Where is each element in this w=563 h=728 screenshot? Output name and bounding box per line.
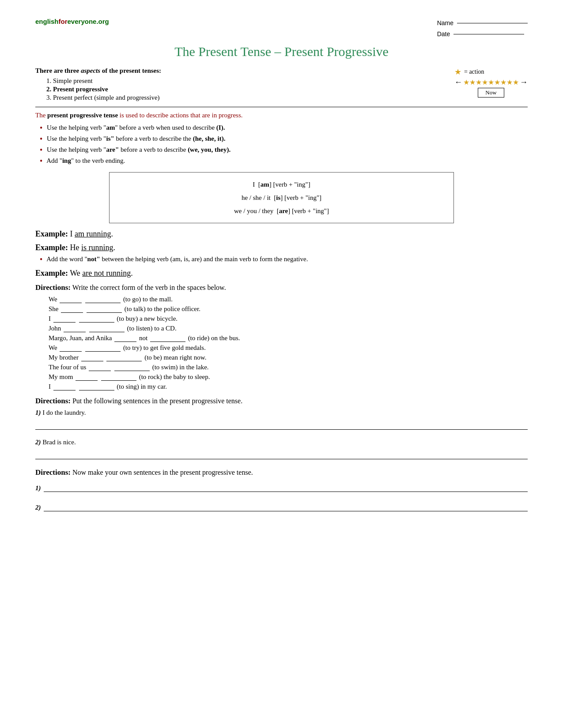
stars-line: ★ ★ ★ ★ ★ ★ ★ ★ ★ [463,78,519,86]
pp-term: present progressive tense [47,112,118,119]
ex2-2-text: Brad is nice. [42,439,76,446]
arrow-left-icon: ← [454,78,462,87]
weyouthey-bold: (we, you, they). [188,146,230,153]
blank-10b[interactable] [79,390,114,390]
formula-line-3: we / you / they [are] [verb + "ing"] [118,204,445,218]
pp-description: The present progressive tense is used to… [35,112,528,119]
blank-4a[interactable] [64,332,86,332]
blank-3a[interactable] [53,322,76,323]
exercise-1-10: I (to sing) in my car. [49,383,528,390]
exercise-1-8: The four of us (to swim) in the lake. [49,364,528,371]
exercise-1-6: We (to try) to get five gold medals. [49,344,528,352]
hesheit-bold: (he, she, it). [193,135,226,142]
aspect-2: Present progressive [53,86,321,93]
blank-9a[interactable] [76,380,98,381]
star-icon: ★ [454,67,461,77]
ex2-2-num: 2) [35,439,41,446]
content-wrapper: ★ = action ← ★ ★ ★ ★ ★ ★ ★ ★ ★ → Now The… [35,67,528,101]
write-line-2-2[interactable] [35,449,528,459]
blank-8b[interactable] [114,371,150,371]
formula-line-1: I [am] [verb + "ing"] [118,178,445,191]
bullet-ing: Add "ing" to the verb ending. [40,157,528,166]
blank-6a[interactable] [60,351,82,352]
are-bold: are" [106,146,119,153]
blank-4b[interactable] [89,332,125,332]
exercise-1-9: My mom (to rock) the baby to sleep. [49,373,528,381]
arrow-right-icon: → [520,78,528,87]
name-date-block: Name Date [437,18,528,40]
site-everyone: everyone [68,18,97,25]
exercise-list-1: We (to go) to the mall. She (to talk) to… [49,296,528,390]
exercise-1-7: My brother (to be) mean right now. [49,354,528,361]
directions-1-text: Write the correct form of the verb in th… [72,284,226,291]
star8: ★ [506,78,513,86]
directions-2-text: Put the following sentences in the prese… [72,397,242,405]
negative-bullet: Add the word "not" between the helping v… [40,255,528,264]
is-formula: is [276,194,280,201]
date-field[interactable] [453,34,524,34]
bullet-are: Use the helping verb "are" before a verb… [40,146,528,155]
are-formula: are [279,207,288,214]
write-line-2-1[interactable] [35,419,528,430]
diagram-legend: ★ = action [454,67,528,77]
main-content: There are three aspects of the present t… [35,67,321,101]
I-bold: (I). [216,124,225,131]
timeline-diagram: ★ = action ← ★ ★ ★ ★ ★ ★ ★ ★ ★ → Now [454,67,528,98]
blank-9b[interactable] [101,380,136,381]
directions-2-label: Directions: [35,397,71,405]
pp-desc-rest: is used to describe actions that are in … [120,112,243,119]
exercise-3-2: 2) [35,501,528,511]
bullet-am: Use the helping verb "am" before a verb … [40,124,528,133]
star6: ★ [494,78,500,86]
directions-3-text: Now make your own sentences in the prese… [72,469,253,476]
negative-example-label: Example: [35,269,68,278]
own-line-3-1[interactable] [44,481,528,492]
site-english: english [35,18,59,25]
am-formula: am [261,181,269,188]
exercise-2-2: 2) Brad is nice. [35,439,528,459]
timeline-row: ← ★ ★ ★ ★ ★ ★ ★ ★ ★ → [454,78,528,87]
star9: ★ [513,78,519,86]
page-header: englishforeveryone.org Name Date [35,18,528,40]
blank-1b[interactable] [85,303,121,303]
example-1-label: Example: [35,229,68,238]
ex2-1-num: 1) [35,409,41,416]
star7: ★ [500,78,506,86]
ex3-2-num: 2) [35,504,41,511]
name-field[interactable] [457,23,528,23]
blank-7b[interactable] [106,361,142,361]
blank-5a[interactable] [114,341,136,342]
intro-text: There are three aspects of the present t… [35,67,321,75]
own-line-3-2[interactable] [44,501,528,511]
am-bold: am [106,124,115,131]
blank-8a[interactable] [89,371,111,371]
formula-box: I [am] [verb + "ing"] he / she / it [is]… [109,172,454,223]
blank-10a[interactable] [53,390,76,390]
directions-3-label: Directions: [35,468,71,477]
blank-7a[interactable] [81,361,103,361]
directions-1: Directions: Write the correct form of th… [35,283,528,292]
divider-1 [35,107,528,107]
ing-bold: ing [62,157,71,164]
negative-example-underline: are not running [82,269,131,278]
blank-3b[interactable] [79,322,114,323]
now-box: Now [478,88,504,98]
now-box-wrapper: Now [454,87,528,98]
directions-1-label: Directions: [35,283,71,292]
blank-6b[interactable] [85,351,121,352]
blank-1a[interactable] [60,303,82,303]
formula-line-2: he / she / it [is] [verb + "ing"] [118,191,445,204]
example-2-label: Example: [35,243,68,252]
blank-2a[interactable] [61,312,83,313]
name-label: Name [437,18,453,29]
blank-5b[interactable] [150,341,185,342]
aspects-list: Simple present Present progressive Prese… [53,77,321,101]
star4: ★ [482,78,488,86]
ex2-1-text: I do the laundry. [42,409,86,416]
exercise-3-1: 1) [35,481,528,492]
star3: ★ [476,78,482,86]
exercise-2-1: 1) I do the laundry. [35,409,528,430]
star5: ★ [488,78,494,86]
blank-2b[interactable] [87,312,122,313]
directions-2: Directions: Put the following sentences … [35,397,528,405]
